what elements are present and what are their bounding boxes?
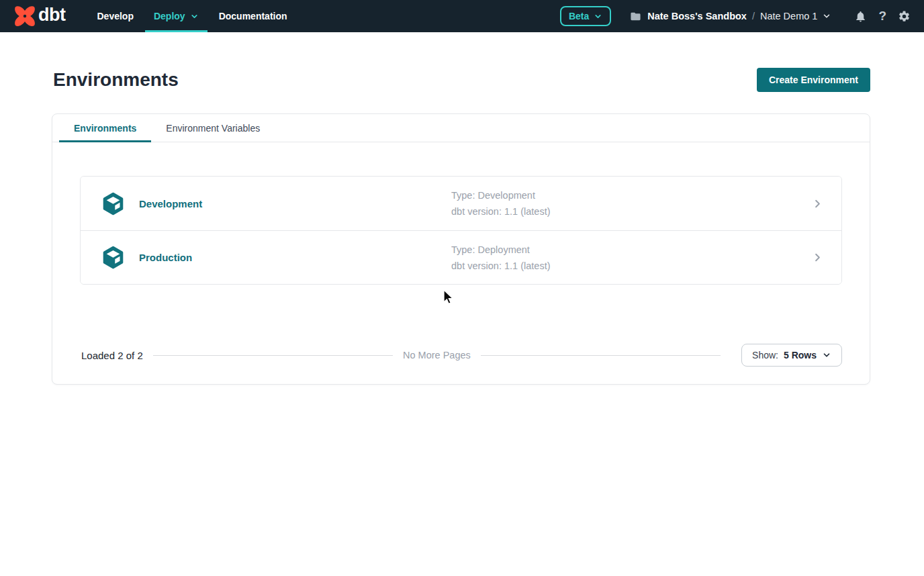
- rows-per-page-dropdown[interactable]: Show: 5 Rows: [741, 344, 842, 367]
- pagination-bar: Loaded 2 of 2 No More Pages Show: 5 Rows: [81, 344, 842, 367]
- environment-type: Type: Development: [451, 190, 551, 201]
- pagination-divider: [153, 355, 393, 356]
- tab-label: Environments: [74, 123, 136, 134]
- environment-details: Type: Development dbt version: 1.1 (late…: [451, 190, 551, 217]
- brand-name: dbt: [38, 5, 65, 26]
- chevron-down-icon: [190, 12, 199, 21]
- no-more-pages-label: No More Pages: [403, 350, 471, 361]
- nav-item-label: Develop: [97, 11, 133, 21]
- project-name: Nate Demo 1: [760, 11, 817, 21]
- environment-dbt-version: dbt version: 1.1 (latest): [451, 260, 551, 271]
- chevron-down-icon: [822, 11, 831, 21]
- notifications-bell-icon[interactable]: [854, 10, 867, 23]
- page-title: Environments: [53, 69, 179, 91]
- chevron-right-icon[interactable]: [811, 251, 824, 264]
- tab-bar: Environments Environment Variables: [52, 114, 870, 142]
- account-project-switcher[interactable]: Nate Boss's Sandbox / Nate Demo 1: [630, 11, 831, 22]
- folder-icon: [630, 11, 641, 22]
- navbar-icon-group: ?: [854, 9, 911, 23]
- environments-card: Environments Environment Variables Devel…: [52, 113, 870, 385]
- show-label: Show:: [752, 350, 778, 361]
- nav-item-label: Documentation: [219, 11, 287, 21]
- environment-cube-icon: [101, 245, 126, 270]
- breadcrumb-separator: /: [752, 11, 755, 21]
- environment-type: Type: Deployment: [451, 244, 551, 255]
- tab-label: Environment Variables: [166, 123, 260, 134]
- environment-name-link[interactable]: Production: [139, 252, 192, 263]
- environment-name-link[interactable]: Development: [139, 198, 202, 209]
- environment-dbt-version: dbt version: 1.1 (latest): [451, 206, 551, 217]
- environment-row-development[interactable]: Development Type: Development dbt versio…: [81, 177, 841, 230]
- page-header: Environments Create Environment: [53, 68, 870, 92]
- nav-item-documentation[interactable]: Documentation: [209, 0, 297, 32]
- nav-item-develop[interactable]: Develop: [87, 0, 143, 32]
- environment-row-left: Production: [101, 245, 451, 270]
- environment-list: Development Type: Development dbt versio…: [80, 176, 842, 285]
- pagination-divider: [481, 355, 721, 356]
- dbt-logo-icon: [13, 5, 36, 28]
- loaded-count: Loaded 2 of 2: [81, 350, 143, 361]
- beta-dropdown[interactable]: Beta: [560, 6, 611, 26]
- help-icon[interactable]: ?: [878, 9, 886, 23]
- rows-per-page-value: 5 Rows: [784, 350, 817, 361]
- create-environment-button[interactable]: Create Environment: [757, 68, 870, 92]
- chevron-down-icon: [822, 350, 831, 360]
- primary-nav: Develop Deploy Documentation: [87, 0, 297, 32]
- environment-row-production[interactable]: Production Type: Deployment dbt version:…: [81, 230, 841, 284]
- tab-environments[interactable]: Environments: [59, 114, 151, 142]
- dbt-logo[interactable]: dbt: [13, 5, 65, 28]
- environment-row-left: Development: [101, 191, 451, 216]
- environment-cube-icon: [101, 191, 126, 216]
- navbar-right: Beta Nate Boss's Sandbox / Nate Demo 1 ?: [560, 6, 911, 26]
- nav-item-label: Deploy: [154, 11, 185, 21]
- chevron-down-icon: [594, 12, 602, 21]
- beta-label: Beta: [569, 11, 589, 21]
- gear-icon[interactable]: [898, 10, 911, 23]
- chevron-right-icon[interactable]: [811, 197, 824, 210]
- account-name: Nate Boss's Sandbox: [647, 11, 747, 21]
- environment-details: Type: Deployment dbt version: 1.1 (lates…: [451, 244, 551, 271]
- nav-item-deploy[interactable]: Deploy: [144, 0, 209, 32]
- top-navbar: dbt Develop Deploy Documentation Beta Na…: [0, 0, 924, 32]
- tab-environment-variables[interactable]: Environment Variables: [151, 114, 275, 142]
